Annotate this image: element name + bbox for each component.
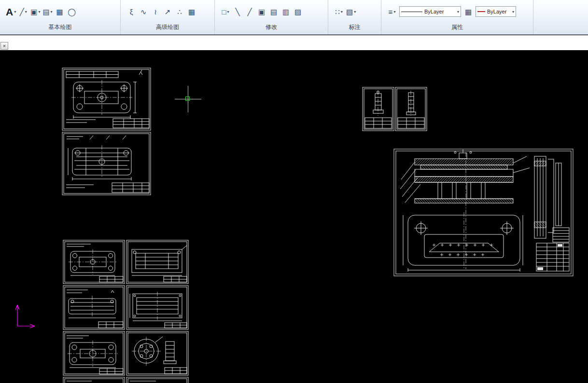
- drawing-sheet-grid-4[interactable]: [126, 285, 189, 330]
- clipboard-button[interactable]: ▤: [269, 5, 279, 18]
- copy-icon: ▣: [258, 8, 265, 15]
- dimension-edit-button[interactable]: ▧▾: [346, 5, 356, 18]
- ribbon-group-3: ∷▾▧▾标注: [328, 0, 381, 34]
- multi-circle-button[interactable]: ∴: [175, 5, 184, 18]
- line-black-swatch-icon: [401, 12, 422, 12]
- dropdown-caret-icon: ▾: [227, 10, 229, 14]
- ribbon-group-0: A▾╱▾▣▾▤▾▦◯基本绘图: [0, 0, 121, 34]
- close-toolbar-button[interactable]: ×: [0, 42, 8, 50]
- color-combo-value: ByLayer: [487, 9, 509, 14]
- dropdown-caret-icon: ▾: [25, 10, 27, 14]
- pickbox: [185, 96, 190, 101]
- block-insert-icon: ▣: [30, 8, 37, 15]
- copy-stack-button[interactable]: ▥: [281, 5, 291, 18]
- wave-line-button[interactable]: ∿: [139, 5, 148, 18]
- spring-button[interactable]: ξ: [126, 5, 136, 18]
- arrow-draw-button[interactable]: ↗: [163, 5, 172, 18]
- paste-button[interactable]: ▨: [293, 5, 303, 18]
- drawing-sheet-assembly[interactable]: [393, 149, 574, 276]
- ellipse-icon: ◯: [68, 8, 76, 15]
- line-draw-icon: ╱: [20, 8, 24, 15]
- layer-properties-icon: ▦: [465, 8, 472, 15]
- drawing-sheet-grid-1[interactable]: [63, 240, 125, 284]
- linetype-combo-value: ByLayer: [424, 9, 454, 14]
- break-line-icon: ≀: [154, 8, 157, 15]
- trim-icon: ╲: [235, 8, 239, 15]
- drawing-sheet-topleft-2[interactable]: [62, 132, 151, 195]
- dropdown-caret-icon: ▾: [457, 10, 459, 14]
- multi-circle-icon: ∴: [177, 8, 182, 15]
- drawing-sheet-small-2[interactable]: [395, 87, 427, 131]
- line-draw-button[interactable]: ╱▾: [18, 5, 28, 18]
- ribbon-group-1: ξ∿≀↗∴▦高级绘图: [121, 0, 215, 34]
- dropdown-caret-icon: ▾: [393, 10, 395, 14]
- rectangle-select-button[interactable]: □▾: [221, 5, 230, 18]
- spring-icon: ξ: [130, 8, 133, 15]
- trim-button[interactable]: ╲: [233, 5, 242, 18]
- block-insert-button[interactable]: ▣▾: [30, 5, 40, 18]
- arrow-draw-icon: ↗: [165, 8, 171, 15]
- close-icon: ×: [3, 43, 6, 49]
- drawing-sheet-topleft-1[interactable]: [62, 68, 151, 131]
- dropdown-caret-icon: ▾: [38, 10, 40, 14]
- dropdown-caret-icon: ▾: [14, 10, 16, 14]
- rectangle-select-icon: □: [222, 8, 226, 15]
- dropdown-caret-icon: ▾: [51, 10, 53, 14]
- dropdown-caret-icon: ▾: [354, 10, 356, 14]
- drawing-sheet-grid-2[interactable]: [126, 240, 189, 284]
- title-block-button[interactable]: ▤▾: [42, 5, 52, 18]
- drawing-frame-icon: ▦: [56, 8, 63, 15]
- model-space-canvas[interactable]: [0, 50, 588, 383]
- ribbon-group-label: 标注: [332, 22, 377, 33]
- table-edit-button[interactable]: ▦: [187, 5, 196, 18]
- drawing-sheet-grid-8[interactable]: [126, 377, 189, 383]
- text-style-button[interactable]: A▾: [6, 5, 16, 18]
- ribbon-group-label: 基本绘图: [4, 22, 116, 33]
- ribbon-group-label: 修改: [219, 22, 324, 33]
- copy-button[interactable]: ▣: [257, 5, 266, 18]
- wave-line-icon: ∿: [140, 8, 147, 15]
- dimension-button[interactable]: ∷▾: [334, 5, 344, 18]
- drawing-sheet-grid-6[interactable]: [126, 331, 189, 376]
- break-line-button[interactable]: ≀: [151, 5, 160, 18]
- copy-stack-icon: ▥: [282, 8, 289, 15]
- ribbon: A▾╱▾▣▾▤▾▦◯基本绘图ξ∿≀↗∴▦高级绘图□▾╲╱▣▤▥▨修改∷▾▧▾标注…: [0, 0, 588, 35]
- drawing-sheet-small-1[interactable]: [362, 87, 394, 131]
- paste-icon: ▨: [294, 8, 301, 15]
- table-edit-icon: ▦: [188, 8, 195, 15]
- toolbar-substrip: ×: [0, 35, 588, 50]
- dropdown-caret-icon: ▾: [341, 10, 343, 14]
- dimension-edit-icon: ▧: [346, 8, 353, 15]
- ellipse-button[interactable]: ◯: [67, 5, 77, 18]
- ribbon-group-label: 属性: [385, 22, 529, 33]
- drawing-sheet-grid-7[interactable]: [63, 377, 125, 383]
- extend-icon: ╱: [247, 8, 252, 15]
- cad-application-window: { "ribbon": { "groups": [ { "label": "基本…: [0, 0, 588, 383]
- layer-properties-button[interactable]: ▦: [463, 5, 473, 18]
- ucs-icon: [12, 301, 38, 331]
- lineweight-button[interactable]: ≡▾: [387, 5, 397, 18]
- extend-button[interactable]: ╱: [245, 5, 254, 18]
- ribbon-group-2: □▾╲╱▣▤▥▨修改: [215, 0, 328, 34]
- clipboard-icon: ▤: [270, 8, 277, 15]
- ribbon-filler: [533, 0, 588, 34]
- lineweight-icon: ≡: [389, 8, 393, 15]
- title-block-icon: ▤: [42, 8, 49, 15]
- linetype-combo[interactable]: ByLayer▾: [399, 6, 461, 17]
- color-combo[interactable]: ByLayer▾: [476, 6, 516, 17]
- dimension-icon: ∷: [335, 8, 340, 15]
- drawing-sheet-grid-3[interactable]: [63, 285, 125, 330]
- line-red-swatch-icon: [477, 11, 485, 12]
- drawing-frame-button[interactable]: ▦: [55, 5, 65, 18]
- ribbon-group-4: ≡▾ByLayer▾▦ByLayer▾属性: [381, 0, 533, 34]
- drawing-sheet-grid-5[interactable]: [63, 331, 125, 376]
- text-style-icon: A: [6, 7, 13, 17]
- dropdown-caret-icon: ▾: [512, 10, 514, 14]
- ribbon-group-label: 高级绘图: [125, 22, 210, 33]
